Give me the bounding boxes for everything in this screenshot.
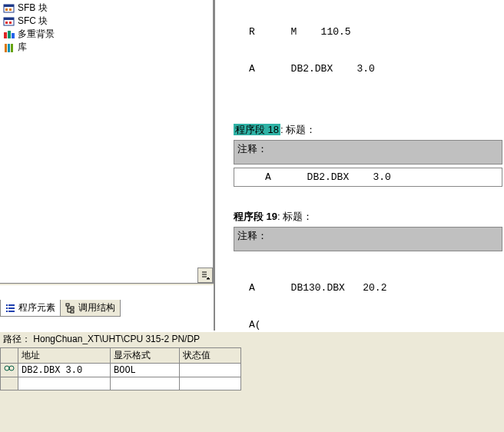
svg-rect-17 <box>8 307 15 309</box>
cell-status[interactable] <box>180 364 241 377</box>
network-19-comment[interactable]: 注释： <box>234 227 502 251</box>
table-row[interactable] <box>1 377 241 390</box>
network-header-19[interactable]: 程序段 19: 标题： <box>234 210 504 224</box>
svg-rect-19 <box>8 311 15 312</box>
svg-rect-14 <box>6 304 8 306</box>
svg-rect-3 <box>9 8 12 11</box>
network-number: 程序段 18 <box>234 124 280 135</box>
scroll-options-icon[interactable] <box>197 268 213 283</box>
tree-item-sfc[interactable]: SFC 块 <box>3 15 210 28</box>
network-title: : 标题： <box>277 211 313 222</box>
tree-icon <box>65 303 76 314</box>
network-number: 程序段 19 <box>234 211 277 222</box>
network-header-18[interactable]: 程序段 18: 标题： <box>234 123 504 137</box>
col-header-status[interactable]: 状态值 <box>180 348 241 364</box>
tree-item-label: SFC 块 <box>18 15 48 28</box>
svg-rect-11 <box>5 44 7 52</box>
cell-format[interactable]: BOOL <box>111 364 180 377</box>
svg-point-23 <box>5 366 9 371</box>
block-icon <box>3 3 15 14</box>
svg-point-24 <box>9 366 14 371</box>
svg-rect-5 <box>4 18 14 20</box>
tree-view[interactable]: SFB 块 SFC 块 多重背景 库 <box>0 0 214 283</box>
tab-label: 调用结构 <box>78 301 115 314</box>
svg-rect-2 <box>5 8 8 11</box>
svg-rect-20 <box>66 304 69 306</box>
tab-call-structure[interactable]: 调用结构 <box>60 300 121 317</box>
list-icon <box>5 303 16 314</box>
watch-table[interactable]: 地址 显示格式 状态值 DB2.DBX 3.0 BOOL <box>0 347 241 390</box>
watch-panel: 路径： HongChuan_XT\UHT\CPU 315-2 PN/DP 地址 … <box>0 332 504 432</box>
comment-label: 注释： <box>237 230 267 241</box>
tree-item-label: 多重背景 <box>18 28 55 41</box>
network-18-comment[interactable]: 注释： <box>234 140 502 164</box>
path-bar: 路径： HongChuan_XT\UHT\CPU 315-2 PN/DP <box>0 332 504 347</box>
svg-rect-22 <box>71 311 74 313</box>
tree-item-multi-bg[interactable]: 多重背景 <box>3 28 210 41</box>
network-title: : 标题： <box>280 124 316 135</box>
tree-item-library[interactable]: 库 <box>3 41 210 54</box>
svg-rect-6 <box>5 22 8 24</box>
svg-rect-9 <box>8 31 11 38</box>
svg-rect-7 <box>9 22 12 24</box>
row-header-blank <box>1 348 18 364</box>
svg-rect-18 <box>6 311 8 312</box>
cell-address[interactable]: DB2.DBX 3.0 <box>18 364 111 377</box>
svg-rect-12 <box>8 44 10 52</box>
network-18-code[interactable]: A DB2.DBX 3.0 <box>234 168 502 187</box>
path-value: HongChuan_XT\UHT\CPU 315-2 PN/DP <box>33 334 200 344</box>
table-row[interactable]: DB2.DBX 3.0 BOOL <box>1 364 241 377</box>
tabs-bar: 程序元素 调用结构 <box>0 300 120 317</box>
svg-rect-13 <box>11 44 13 52</box>
svg-rect-15 <box>8 304 15 306</box>
svg-rect-21 <box>71 307 74 309</box>
tree-item-label: SFB 块 <box>18 2 48 15</box>
svg-rect-1 <box>4 5 14 7</box>
code-fragment-top: R M 110.5 A DB2.DBX 3.0 <box>218 0 504 100</box>
tree-item-label: 库 <box>18 41 27 54</box>
comment-label: 注释： <box>237 143 267 155</box>
svg-rect-10 <box>12 33 15 38</box>
glasses-icon <box>4 364 15 374</box>
tab-program-elements[interactable]: 程序元素 <box>0 300 61 317</box>
multi-bg-icon <box>3 29 15 40</box>
svg-rect-16 <box>6 307 8 309</box>
col-header-address[interactable]: 地址 <box>18 348 111 364</box>
library-icon <box>3 42 15 53</box>
svg-rect-8 <box>4 32 7 38</box>
table-header-row: 地址 显示格式 状态值 <box>1 348 241 364</box>
block-icon <box>3 16 15 27</box>
left-panel: SFB 块 SFC 块 多重背景 库 <box>0 0 214 347</box>
tab-label: 程序元素 <box>18 301 55 314</box>
tree-item-sfb[interactable]: SFB 块 <box>3 2 210 15</box>
code-editor[interactable]: R M 110.5 A DB2.DBX 3.0 程序段 18: 标题： 注释： … <box>214 0 504 331</box>
col-header-format[interactable]: 显示格式 <box>111 348 180 364</box>
row-header-icon <box>1 364 18 377</box>
